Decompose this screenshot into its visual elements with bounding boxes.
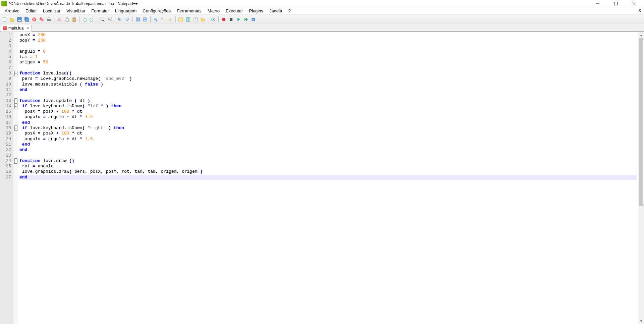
stop-macro-icon[interactable]	[228, 16, 234, 23]
file-icon	[3, 26, 7, 30]
find-icon[interactable]	[99, 16, 106, 23]
sync-hscroll-icon[interactable]	[142, 16, 149, 23]
svg-rect-18	[73, 18, 75, 21]
tab-main-lua[interactable]: main.lua ✕	[1, 25, 32, 32]
svg-line-21	[103, 20, 104, 21]
svg-point-20	[101, 18, 103, 20]
svg-rect-31	[144, 20, 147, 21]
svg-rect-29	[138, 18, 140, 21]
close-file-icon[interactable]	[31, 16, 38, 23]
play-multi-icon[interactable]	[243, 16, 249, 23]
menu-plugins[interactable]: Plugins	[246, 8, 266, 14]
tab-bar: main.lua ✕	[0, 24, 644, 32]
svg-rect-38	[194, 18, 197, 21]
window-buttons	[592, 0, 643, 7]
save-macro-icon[interactable]	[250, 16, 257, 23]
sync-vscroll-icon[interactable]	[135, 16, 141, 23]
svg-text:¶: ¶	[161, 17, 163, 21]
svg-rect-1	[614, 2, 618, 5]
save-all-icon[interactable]	[23, 16, 30, 23]
zoom-in-icon[interactable]	[117, 16, 123, 23]
maximize-button[interactable]	[610, 0, 622, 7]
play-macro-icon[interactable]	[235, 16, 242, 23]
toolbar: ¶	[0, 15, 644, 24]
close-all-icon[interactable]	[38, 16, 45, 23]
menu-localizar[interactable]: Localizar	[40, 8, 63, 14]
menu-bar: Arquivo Editar Localizar Visualizar Form…	[0, 7, 644, 15]
svg-rect-8	[25, 18, 29, 21]
title-bar: *C:\Users\eliem\OneDrive\Área de Trabalh…	[0, 0, 644, 7]
show-all-chars-icon[interactable]: ¶	[160, 16, 166, 23]
menu-arquivo[interactable]: Arquivo	[2, 8, 22, 14]
language-panel-icon[interactable]	[177, 16, 184, 23]
menu-macro[interactable]: Macro	[205, 8, 222, 14]
tab-close-icon[interactable]: ✕	[26, 26, 30, 30]
new-file-icon[interactable]	[1, 16, 8, 23]
svg-rect-30	[144, 18, 147, 19]
doc-map-icon[interactable]	[185, 16, 192, 23]
svg-rect-17	[66, 19, 68, 21]
svg-rect-4	[3, 17, 6, 21]
menu-editar[interactable]: Editar	[23, 8, 40, 14]
svg-rect-13	[48, 18, 50, 19]
copy-icon[interactable]	[63, 16, 70, 23]
menu-help[interactable]: ?	[285, 8, 293, 14]
svg-point-11	[41, 19, 44, 21]
monitor-icon[interactable]	[210, 16, 217, 23]
folder-panel-icon[interactable]	[200, 16, 206, 23]
indent-guide-icon[interactable]	[167, 16, 174, 23]
menu-visualizar[interactable]: Visualizar	[64, 8, 88, 14]
tab-label: main.lua	[8, 26, 23, 31]
open-file-icon[interactable]	[9, 16, 15, 23]
svg-rect-28	[136, 18, 138, 21]
window-title: *C:\Users\eliem\OneDrive\Área de Trabalh…	[9, 1, 138, 6]
print-icon[interactable]	[46, 16, 52, 23]
menu-configuracoes[interactable]: Configurações	[140, 8, 173, 14]
replace-icon[interactable]	[106, 16, 113, 23]
svg-rect-6	[18, 20, 21, 21]
close-button[interactable]	[628, 0, 640, 7]
redo-icon[interactable]	[89, 16, 95, 23]
menu-janela[interactable]: Janela	[267, 8, 285, 14]
svg-rect-44	[230, 18, 232, 21]
svg-rect-35	[179, 18, 183, 21]
save-icon[interactable]	[16, 16, 23, 23]
zoom-out-icon[interactable]	[124, 16, 131, 23]
function-list-icon[interactable]	[192, 16, 199, 23]
app-icon	[1, 1, 7, 6]
menu-formatar[interactable]: Formatar	[89, 8, 112, 14]
svg-point-42	[213, 19, 214, 20]
paste-icon[interactable]	[71, 16, 77, 23]
cut-icon[interactable]	[56, 16, 63, 23]
menu-linguagem[interactable]: Linguagem	[112, 8, 139, 14]
svg-point-22	[108, 18, 110, 20]
svg-rect-36	[186, 17, 188, 21]
menu-ferramentas[interactable]: Ferramentas	[174, 8, 204, 14]
svg-rect-37	[189, 17, 190, 21]
minimize-button[interactable]	[592, 0, 604, 7]
svg-rect-19	[73, 17, 75, 18]
menu-close-doc[interactable]: X	[638, 8, 641, 13]
menu-executar[interactable]: Executar	[223, 8, 246, 14]
record-macro-icon[interactable]	[220, 16, 227, 23]
svg-point-43	[222, 18, 225, 21]
undo-icon[interactable]	[81, 16, 88, 23]
word-wrap-icon[interactable]	[152, 16, 159, 23]
